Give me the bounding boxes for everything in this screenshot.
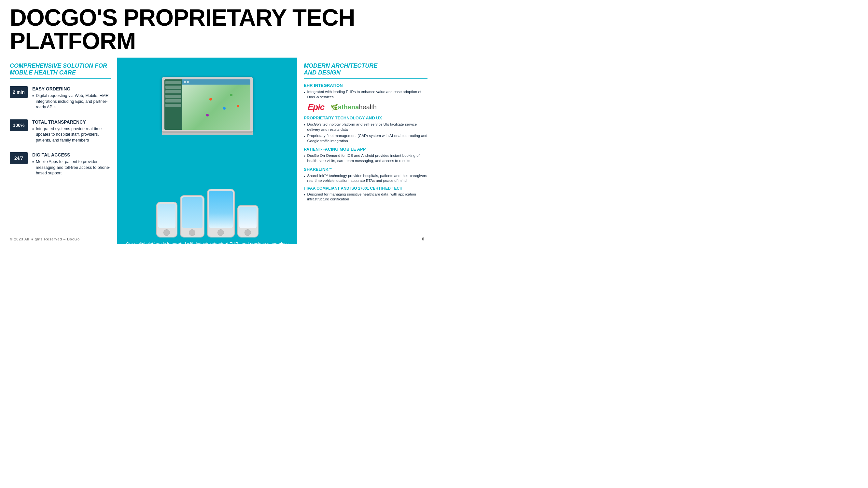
phone-home-btn-3	[217, 229, 224, 236]
feature-content-2: TOTAL TRANSPARENCY Integrated systems pr…	[32, 120, 111, 143]
feature-easy-ordering: 2 min EASY ORDERING Digital requesting v…	[10, 86, 111, 110]
phones-container	[156, 149, 258, 238]
section-title-sharelink: SHARELINK™	[304, 167, 428, 172]
badge-100pct: 100%	[10, 120, 28, 131]
sidebar-item-5	[165, 99, 181, 102]
laptop-base	[162, 131, 253, 135]
phone-small	[156, 202, 178, 237]
left-section-heading: COMPREHENSIVE SOLUTION FOR MOBILE HEALTH…	[10, 62, 111, 76]
screen-main	[182, 79, 250, 130]
map-marker-5	[237, 105, 239, 107]
page-number: 6	[422, 236, 424, 241]
right-divider	[304, 78, 428, 79]
feature-digital-access: 24/7 DIGITAL ACCESS Mobile Apps for pati…	[10, 152, 111, 176]
feature-content-3: DIGITAL ACCESS Mobile Apps for patient t…	[32, 152, 111, 176]
phone-screen-2	[182, 197, 203, 228]
phone-extra-small	[237, 205, 258, 237]
laptop-screen	[164, 79, 250, 130]
section-title-prop-tech: PROPRIETARY TECHNOLOGY AND UX	[304, 116, 428, 120]
left-column: COMPREHENSIVE SOLUTION FOR MOBILE HEALTH…	[0, 58, 117, 244]
footer: © 2023 All Rights Reserved – DocGo 6	[0, 236, 434, 241]
page-title: DOCGO'S PROPRIETARY TECH PLATFORM	[0, 0, 434, 56]
map-marker-1	[209, 98, 212, 100]
sidebar-item-1	[165, 81, 181, 84]
section-title-mobile-app: PATIENT-FACING MOBILE APP	[304, 147, 428, 152]
screen-map	[182, 85, 250, 130]
map-marker-2	[223, 107, 226, 110]
ehr-logos: Epic 🌿athenahealth	[308, 102, 428, 112]
bullet-sharelink-1: ShareLink™ technology provides hospitals…	[304, 173, 428, 184]
feature-desc-3: Mobile Apps for patient to provider mess…	[32, 159, 111, 176]
feature-total-transparency: 100% TOTAL TRANSPARENCY Integrated syste…	[10, 120, 111, 143]
bullet-ehr-1: Integrated with leading EHRs to enhance …	[304, 90, 428, 100]
athena-text: athena	[338, 103, 359, 110]
feature-content-1: EASY ORDERING Digital requesting via Web…	[32, 86, 111, 110]
laptop-stand	[162, 131, 253, 133]
content-area: COMPREHENSIVE SOLUTION FOR MOBILE HEALTH…	[0, 58, 434, 244]
bullet-hipaa-1: Designed for managing sensitive healthca…	[304, 192, 428, 202]
feature-title-1: EASY ORDERING	[32, 86, 111, 91]
phone-home-btn-1	[163, 229, 170, 236]
bullet-prop-tech-2: Proprietary fleet management (CAD) syste…	[304, 133, 428, 143]
laptop-screen-border	[162, 77, 253, 131]
phone-screen-3	[209, 191, 233, 228]
bullet-prop-tech-1: DocGo's technology platform and self-ser…	[304, 122, 428, 132]
map-marker-4	[206, 114, 209, 117]
feature-desc-2: Integrated systems provide real-time upd…	[32, 126, 111, 143]
sidebar-item-3	[165, 90, 181, 93]
athena-logo: 🌿athenahealth	[331, 103, 377, 111]
sidebar-item-4	[165, 95, 181, 98]
bullet-mobile-app-1: DocGo On-Demand for iOS and Android prov…	[304, 153, 428, 163]
phone-screen-4	[239, 207, 256, 228]
screen-sidebar	[164, 79, 182, 130]
feature-title-2: TOTAL TRANSPARENCY	[32, 120, 111, 125]
phone-large	[207, 189, 235, 237]
header-dot-2	[187, 81, 189, 83]
phone-home-btn-4	[245, 229, 251, 236]
right-section-heading: MODERN ARCHITECTUREAND DESIGN	[304, 62, 428, 76]
screen-header	[182, 79, 250, 85]
center-column: Our digital platform is integrated with …	[117, 58, 297, 244]
sidebar-item-6	[165, 104, 181, 107]
right-column: MODERN ARCHITECTUREAND DESIGN EHR INTEGR…	[297, 58, 434, 244]
laptop-mockup	[162, 77, 253, 135]
badge-2min: 2 min	[10, 86, 28, 98]
copyright-text: © 2023 All Rights Reserved – DocGo	[10, 237, 80, 241]
left-divider	[10, 78, 111, 79]
sidebar-item-2	[165, 86, 181, 89]
section-title-ehr: EHR INTEGRATION	[304, 83, 428, 88]
header-dot-1	[184, 81, 186, 83]
map-marker-3	[230, 94, 232, 96]
section-title-hipaa: HIPAA COMPLIANT AND ISO 27001 CERTIFIED …	[304, 186, 428, 191]
feature-desc-1: Digital requesting via Web, Mobile, EMR …	[32, 93, 111, 110]
feature-title-3: DIGITAL ACCESS	[32, 152, 111, 158]
athena-leaf-icon: 🌿	[331, 104, 338, 110]
epic-logo: Epic	[308, 102, 324, 112]
phone-home-btn-2	[189, 229, 195, 236]
phone-medium	[180, 195, 205, 237]
phone-screen-1	[158, 204, 176, 228]
laptop-container	[124, 62, 291, 149]
badge-24-7: 24/7	[10, 152, 28, 164]
